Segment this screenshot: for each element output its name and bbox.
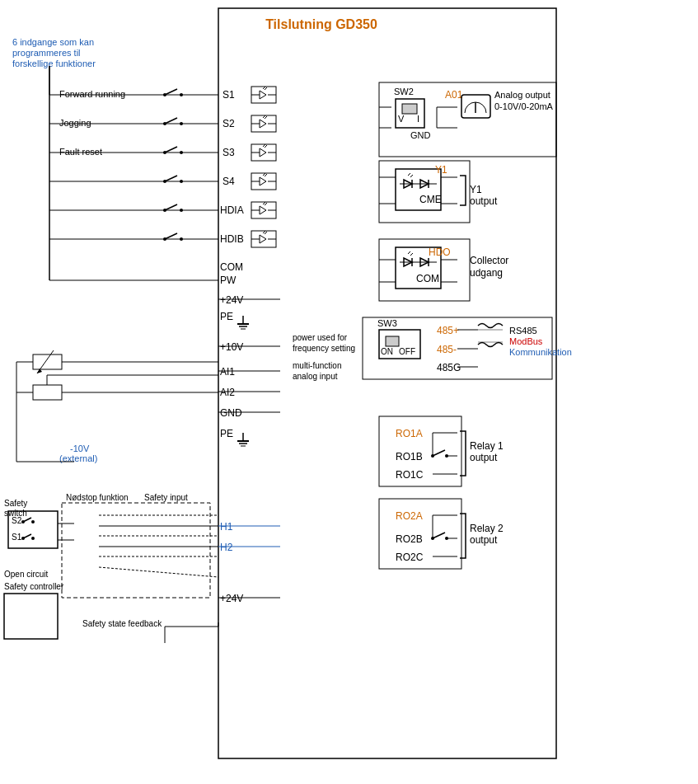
gnd-analog-label: GND [220,407,242,419]
svg-line-11 [265,87,267,90]
multi-function-line1: multi-function [293,361,341,370]
ai1-label: AI1 [220,366,235,378]
com-label: COM [220,261,243,273]
plus10v-label: +10V [220,341,243,353]
cme-label: CME [419,194,442,205]
svg-line-43 [165,204,177,210]
h2-label: H2 [220,542,233,553]
hdia-label: HDIA [220,204,244,216]
s1-label: S1 [223,89,235,101]
svg-line-129 [408,251,410,254]
ro1c-label: RO1C [396,469,424,481]
svg-rect-113 [402,104,417,114]
svg-point-25 [180,151,183,154]
s1-safety-label: S1 [12,533,22,542]
svg-point-54 [163,237,166,241]
plus24v-safety-label: +24V [220,593,243,604]
on-label: ON [381,347,393,356]
ro1a-label: RO1A [396,428,423,439]
485plus-label: 485+ [437,325,459,336]
svg-marker-19 [260,120,266,128]
relay2-label: Relay 2 [470,523,504,534]
svg-rect-0 [218,8,556,758]
svg-line-3 [165,89,177,95]
svg-marker-9 [260,91,266,99]
svg-marker-29 [260,148,266,157]
ro2c-label: RO2C [396,552,424,563]
collector-label: Collector [470,255,508,266]
svg-line-13 [165,118,177,124]
svg-line-33 [165,176,177,181]
safety-feedback-label: Safety state feedback [82,619,162,628]
svg-rect-77 [33,354,62,369]
s3-label: S3 [223,147,235,158]
ai2-label: AI2 [220,387,235,398]
svg-point-35 [180,180,183,183]
pe-label: PE [220,311,233,322]
relay1-output-label: output [470,452,498,463]
svg-line-123 [410,175,413,177]
pw-label: PW [220,275,237,286]
hdo-label: HDO [429,246,451,258]
svg-line-53 [165,233,177,239]
svg-point-55 [180,237,183,241]
ro2a-label: RO2A [396,510,423,522]
485g-label: 485G [437,362,461,373]
com2-label: COM [416,273,439,284]
minus10v-label: -10V [70,444,90,453]
plus24v-label: +24V [220,294,243,306]
s2-safety-label: S2 [12,516,22,525]
svg-line-41 [265,174,267,176]
svg-line-111 [99,567,218,577]
fault-reset-label: Fault reset [59,147,102,157]
title-text: Tilslutning GD350 [265,17,377,31]
svg-point-14 [163,122,166,125]
svg-marker-49 [260,206,266,214]
svg-line-51 [265,203,267,205]
modbus-label: ModBus [509,336,543,346]
safety-input-label: Safety input [144,493,188,502]
svg-line-122 [408,173,410,176]
svg-line-141 [433,450,445,456]
svg-point-92 [31,520,35,523]
i-label: I [417,114,419,124]
y1-top-label: Y1 [435,164,447,176]
analog-output2-label: 0-10V/0-20mA [494,101,554,111]
v-label: V [398,114,405,124]
gnd2-label: GND [410,130,431,140]
safety-controller-label: Safety controller [4,582,64,591]
sw3-label: SW3 [377,318,397,328]
svg-rect-134 [386,336,399,346]
svg-point-95 [31,537,35,540]
nodstop-label: Nødstop funktion [66,493,129,502]
rs485-label: RS485 [509,326,537,336]
svg-point-91 [21,520,25,523]
svg-line-23 [165,147,177,153]
power-note-line1: power used for [293,333,348,342]
header-note-line3: forskellige funktioner [12,59,96,68]
kommunikation-label: Kommunikation [509,347,572,357]
svg-line-31 [265,145,267,148]
svg-point-34 [163,180,166,183]
svg-marker-59 [260,235,266,243]
svg-rect-156 [379,239,470,301]
h1-label: H1 [220,521,233,533]
svg-line-148 [433,533,445,538]
svg-line-61 [265,232,267,234]
pe2-label: PE [220,428,233,439]
open-circuit-label: Open circuit [4,570,49,579]
forward-running-label: Forward running [59,89,125,99]
diagram-container: Tilslutning GD350 6 indgange som kan pro… [0,0,698,784]
multi-function-line2: analog input [293,372,338,381]
ro1b-label: RO1B [396,451,423,462]
safety-switch-label: Safety [4,499,27,508]
svg-line-130 [410,253,413,256]
svg-point-94 [21,537,25,540]
jogging-label: Jogging [59,118,91,128]
off-label: OFF [399,347,415,356]
svg-marker-39 [260,177,266,185]
power-note-line2: frequency setting [293,344,355,353]
y1-output-label2: output [470,195,498,207]
header-note-line1: 6 indgange som kan [12,37,94,47]
header-note-line2: programmeres til [12,48,81,58]
